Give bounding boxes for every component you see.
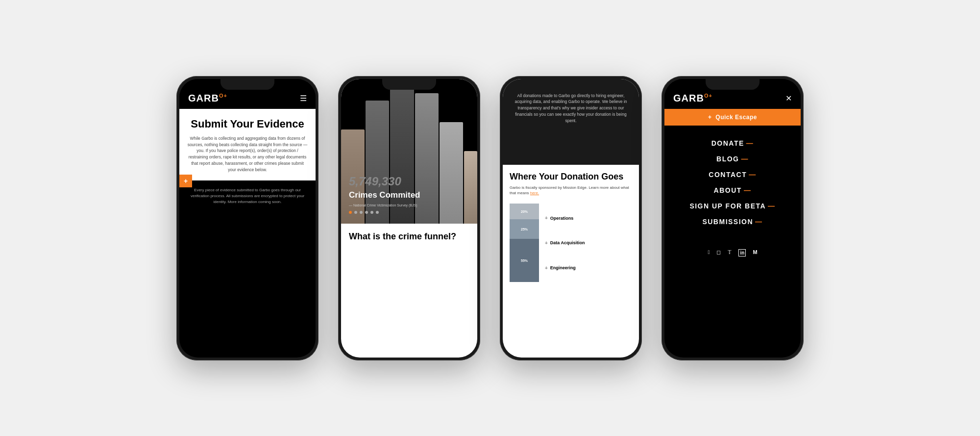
legend-operations: + Operations [545,215,632,221]
medium-icon[interactable]: M [753,249,757,256]
donation-bar-chart: 20% 25% 55% [510,204,539,282]
phone-1-heading: Submit Your Evidence [187,118,308,130]
here-link[interactable]: here. [530,191,539,195]
data-acquisition-label: Data Acquisition [550,240,585,245]
hamburger-icon[interactable]: ☰ [300,94,307,103]
carousel-dots [349,211,420,214]
notch-2 [382,79,436,90]
phone-1-footer: Every piece of evidence submitted to Gar… [179,180,316,212]
nav-menu: DONATE— BLOG— CONTACT— ABOUT— SIGN UP FO… [664,126,801,239]
phone-1: GARBO+ ☰ Submit Your Evidence While Garb… [176,76,318,360]
phone-2-bottom: What is the crime funnel? [341,224,477,250]
chart-legend: + Operations + Data Acquisition + Engine… [545,204,632,282]
phone-3-screen: All donations made to Garbo go directly … [503,79,639,358]
dot-6[interactable] [376,211,379,214]
donation-intro-text: All donations made to Garbo go directly … [510,93,632,124]
phone-1-content: Submit Your Evidence While Garbo is coll… [179,109,316,181]
notch-4 [706,79,760,90]
mosaic-col-5 [440,122,463,224]
dot-3[interactable] [360,211,363,214]
quick-escape-bar[interactable]: + Quick Escape [664,109,801,126]
chart-area: 20% 25% 55% + Operations + Data Acquisit… [503,200,639,286]
quick-escape-plus: + [708,114,712,121]
garbo-logo-1: GARBO+ [188,93,227,104]
phone-4: GARBO+ ✕ + Quick Escape DONATE— BLOG— CO… [662,76,804,360]
orange-plus-tab[interactable]: + [179,175,192,187]
bar-operations: 20% [510,204,539,219]
stats-overlay: 5,749,330 Crimes Commited — National Cri… [349,175,420,213]
donation-heading: Where Your Donation Goes [510,172,632,182]
donation-subtext: Garbo is fiscally sponsored by Mission E… [510,185,632,196]
phone-1-screen: GARBO+ ☰ Submit Your Evidence While Garb… [179,79,316,358]
crimes-number: 5,749,330 [349,175,420,188]
nav-contact[interactable]: CONTACT— [664,167,801,182]
donation-section: Where Your Donation Goes Garbo is fiscal… [503,165,639,200]
close-menu-icon[interactable]: ✕ [785,94,792,103]
dot-4[interactable] [365,211,368,214]
nav-blog[interactable]: BLOG— [664,151,801,167]
engineering-label: Engineering [550,265,576,270]
social-icons:  ◻ 𝕋 in M [664,239,801,266]
phone-2: 5,749,330 Crimes Commited — National Cri… [338,76,480,360]
phone-1-footer-text: Every piece of evidence submitted to Gar… [187,187,308,205]
notch-3 [544,79,598,90]
phone-4-screen: GARBO+ ✕ + Quick Escape DONATE— BLOG— CO… [664,79,801,358]
phone-3: All donations made to Garbo go directly … [500,76,642,360]
garbo-logo-4: GARBO+ [673,93,712,104]
dot-5[interactable] [370,211,373,214]
twitter-icon[interactable]: 𝕋 [728,249,732,256]
bar-acquisition: 25% [510,219,539,239]
nav-about[interactable]: ABOUT— [664,182,801,198]
quick-escape-label: Quick Escape [715,114,757,121]
facebook-icon[interactable]:  [708,249,710,256]
phone-2-heading: What is the crime funnel? [349,231,469,242]
nav-signup[interactable]: SIGN UP FOR BETA— [664,198,801,214]
nav-donate[interactable]: DONATE— [664,135,801,151]
phone-3-top: All donations made to Garbo go directly … [503,79,639,165]
linkedin-icon[interactable]: in [738,249,746,256]
phone-2-screen: 5,749,330 Crimes Commited — National Cri… [341,79,477,358]
dot-2[interactable] [354,211,357,214]
nav-submission[interactable]: SUBMISSION— [664,214,801,230]
mosaic-col-6 [464,151,477,224]
phone-1-body: While Garbo is collecting and aggregatin… [187,135,308,173]
legend-data-acquisition: + Data Acquisition [545,240,632,246]
instagram-icon[interactable]: ◻ [716,249,721,256]
notch-1 [220,79,274,90]
bar-engineering: 55% [510,239,539,282]
operations-label: Operations [550,216,574,221]
source-text: — National Crime Victimization Survey (B… [349,204,420,207]
legend-engineering: + Engineering [545,265,632,271]
crimes-label: Crimes Commited [349,190,420,200]
dot-1[interactable] [349,211,352,214]
phone-2-top: 5,749,330 Crimes Commited — National Cri… [341,79,477,224]
